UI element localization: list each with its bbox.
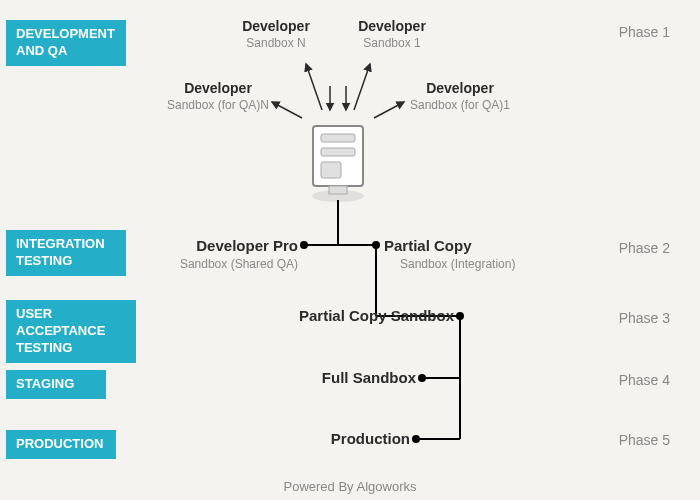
prod-node-title: Production (300, 430, 410, 447)
uat-dot (456, 312, 464, 320)
staging-dot (418, 374, 426, 382)
prod-dot (412, 435, 420, 443)
devpro-title: Developer Pro (188, 237, 298, 254)
uat-node-title: Partial Copy Sandbox (284, 307, 454, 324)
partial-sub: Sandbox (Integration) (400, 257, 515, 271)
connector-lines (0, 0, 700, 500)
staging-node-title: Full Sandbox (300, 369, 416, 386)
footer-credit: Powered By Algoworks (0, 479, 700, 494)
devpro-sub: Sandbox (Shared QA) (168, 257, 298, 271)
partial-dot (372, 241, 380, 249)
partial-title: Partial Copy (384, 237, 472, 254)
devpro-dot (300, 241, 308, 249)
